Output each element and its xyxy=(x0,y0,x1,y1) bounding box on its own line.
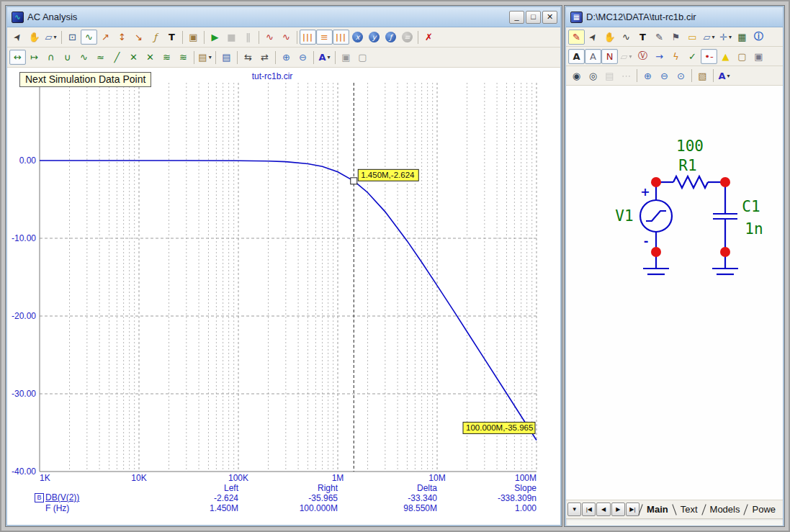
copy-icon[interactable]: ▤▾ xyxy=(197,50,213,65)
point-tag-icon[interactable]: ↗ xyxy=(97,30,114,45)
font-icon[interactable]: A▾ xyxy=(716,68,732,84)
plot-area[interactable]: Next Simulation Data Point tut-rc1b.cir1… xyxy=(7,68,560,525)
info-icon[interactable]: ⓘ xyxy=(750,30,767,45)
bottom-icon[interactable]: ≋ xyxy=(175,50,192,65)
tracker-horizontal-icon[interactable]: ≡ xyxy=(316,30,333,45)
node-voltages-icon[interactable]: ▱▾ xyxy=(618,49,634,64)
data-points-icon[interactable]: ∿ xyxy=(261,30,278,45)
zoom-in-icon[interactable]: ⊕ xyxy=(639,68,656,84)
tab-text[interactable]: Text xyxy=(675,504,704,515)
minimize-button[interactable]: _ xyxy=(509,11,524,24)
currents-icon[interactable]: → xyxy=(651,49,668,64)
cursor-marker[interactable] xyxy=(351,178,357,184)
block-select-icon[interactable]: ▣ xyxy=(750,49,767,64)
bode-plot-canvas[interactable]: tut-rc1b.cir1K10K100K1M10M100M0.00-10.00… xyxy=(7,68,560,484)
c1-ref-label[interactable]: C1 xyxy=(742,198,760,215)
maximize-button[interactable]: □ xyxy=(526,11,541,24)
attribute-text-icon[interactable]: A xyxy=(568,49,585,64)
select-icon[interactable]: ➤ xyxy=(9,30,26,45)
waveform-name[interactable]: DB(V(2)) xyxy=(45,493,79,502)
line-mode-icon[interactable]: ✎ xyxy=(651,30,668,45)
power-icon[interactable]: ϟ xyxy=(668,49,684,64)
tab-prev-button[interactable]: ◀ xyxy=(596,502,610,516)
tokens-icon[interactable]: ∿ xyxy=(278,30,295,45)
text-mode-icon[interactable]: T xyxy=(634,30,651,45)
c1-value-label[interactable]: 1n xyxy=(745,220,763,238)
flag-mode-icon[interactable]: ⚑ xyxy=(668,30,684,45)
tab-power[interactable]: Powe xyxy=(746,504,781,515)
tab-main[interactable]: Main xyxy=(641,504,674,515)
pin-connections-icon[interactable]: •- xyxy=(701,49,717,64)
waveform-legend[interactable]: B DB(V(2)) xyxy=(35,493,79,502)
properties-icon[interactable]: ▣ xyxy=(185,30,202,45)
wire-mode-icon[interactable]: ∿ xyxy=(618,30,634,45)
pan-icon[interactable]: ✋ xyxy=(601,30,618,45)
go-to-y-icon[interactable]: y xyxy=(366,30,382,45)
spreadsheet-icon[interactable]: ▦ xyxy=(734,30,750,45)
go-to-x-icon[interactable]: x xyxy=(349,30,366,45)
zoom-out-icon[interactable]: ⊖ xyxy=(295,50,311,65)
bring-front-icon[interactable]: ▣ xyxy=(338,50,354,65)
restore-scales-icon[interactable]: ⇄ xyxy=(256,50,273,65)
auto-scale-icon[interactable]: ⇆ xyxy=(240,50,256,65)
r1-value-label[interactable]: 100 xyxy=(676,137,704,155)
inflection-icon[interactable]: ╱ xyxy=(109,50,125,65)
conditions-icon[interactable]: ✓ xyxy=(684,49,701,64)
pan-icon[interactable]: ✋ xyxy=(26,30,42,45)
tab-models[interactable]: Models xyxy=(704,504,746,515)
zoom-out-icon[interactable]: ⊖ xyxy=(656,68,673,84)
zoom-area-icon[interactable]: ⊙ xyxy=(673,68,689,84)
low-icon[interactable]: ≈ xyxy=(92,50,109,65)
clear-accumulated-icon[interactable]: ✗ xyxy=(421,30,437,45)
graphics-shapes-icon[interactable]: ▱▾ xyxy=(42,30,59,45)
top-icon[interactable]: ≋ xyxy=(158,50,175,65)
scale-mode-icon[interactable]: ⊡ xyxy=(64,30,81,45)
cursor-mode-icon[interactable]: ∿ xyxy=(81,30,97,45)
high-icon[interactable]: ∿ xyxy=(76,50,92,65)
schematic-canvas[interactable]: 100 R1 V1 C1 1n + - xyxy=(566,86,783,500)
sheet-border-icon[interactable]: ▢ xyxy=(734,49,750,64)
dc-values-icon[interactable]: Ⓥ xyxy=(634,49,651,64)
bode-curve-dbv2[interactable] xyxy=(40,161,537,441)
graphics-shapes-icon[interactable]: ▱▾ xyxy=(701,30,717,45)
font-icon[interactable]: A▾ xyxy=(316,50,333,65)
tracker-vertical-icon[interactable]: ||| xyxy=(300,30,316,45)
global-low-icon[interactable]: ✕ xyxy=(142,50,158,65)
bus-icon[interactable]: ▭ xyxy=(684,30,701,45)
find-icon[interactable]: ◉ xyxy=(568,68,585,84)
close-button[interactable]: ✕ xyxy=(542,11,557,24)
more-icon[interactable]: ⋯ xyxy=(618,68,634,84)
schematic-titlebar[interactable]: ▦ D:\MC12\DATA\tut-rc1b.cir xyxy=(566,7,783,27)
go-to-branch-icon[interactable]: ≡ xyxy=(399,30,416,45)
grid-text-icon[interactable]: A xyxy=(585,49,601,64)
node-snap-icon[interactable]: ✛▾ xyxy=(717,30,734,45)
tab-first-button[interactable]: |◀ xyxy=(582,502,596,516)
warning-icon[interactable]: ▲ xyxy=(717,49,734,64)
horizontal-scroll-strip[interactable] xyxy=(566,518,783,526)
horizontal-tag-icon[interactable]: ↘ xyxy=(130,30,147,45)
zoom-in-icon[interactable]: ⊕ xyxy=(278,50,295,65)
text-mode-icon[interactable]: T xyxy=(163,30,180,45)
send-back-icon[interactable]: ▢ xyxy=(354,50,371,65)
stop-icon[interactable]: ■ xyxy=(223,30,240,45)
v1-ref-label[interactable]: V1 xyxy=(615,207,633,225)
numeric-output-icon[interactable]: ▤ xyxy=(218,50,235,65)
tab-dropdown-button[interactable]: ▼ xyxy=(567,502,581,516)
notes-icon[interactable]: ▤ xyxy=(601,68,618,84)
next-interpolated-point-icon[interactable]: ↦ xyxy=(26,50,42,65)
repeat-find-icon[interactable]: ◎ xyxy=(585,68,601,84)
go-to-performance-icon[interactable]: ƒ xyxy=(382,30,399,45)
valley-icon[interactable]: ∪ xyxy=(59,50,76,65)
ac-analysis-titlebar[interactable]: ∿ AC Analysis _ □ ✕ xyxy=(7,7,560,27)
page-icon[interactable]: ▧ xyxy=(694,68,711,84)
tracker-cursor-icon[interactable]: ||| xyxy=(333,30,349,45)
next-simulation-data-point-icon[interactable]: ↔ xyxy=(9,50,26,65)
select-icon[interactable]: ➤ xyxy=(585,30,601,45)
pause-icon[interactable]: ∥ xyxy=(240,30,256,45)
tab-next-button[interactable]: ▶ xyxy=(611,502,625,516)
node-numbers-icon[interactable]: N xyxy=(601,49,618,64)
performance-tag-icon[interactable]: ƒ xyxy=(147,30,163,45)
run-icon[interactable]: ▶ xyxy=(207,30,223,45)
r1-ref-label[interactable]: R1 xyxy=(678,157,696,174)
global-high-icon[interactable]: ✕ xyxy=(125,50,142,65)
